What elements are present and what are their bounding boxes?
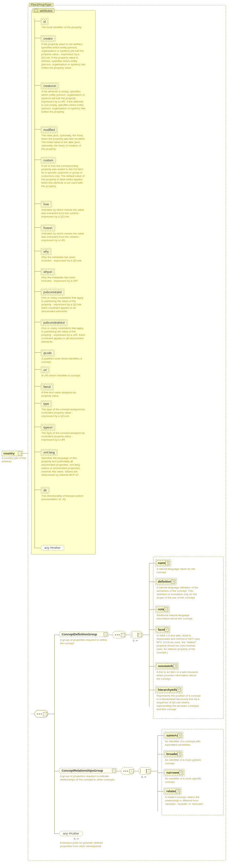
attr-uri[interactable]: uri (41, 367, 49, 373)
connector (35, 251, 41, 251)
connector (108, 635, 112, 635)
attr-how[interactable]: how (41, 201, 52, 208)
attr-label: type (43, 402, 49, 405)
sequence-rel[interactable]: ••• − (121, 767, 134, 775)
attr-label: whyuri (43, 270, 52, 274)
connector (35, 490, 41, 490)
attr-desc: The type of the concept assigned as cont… (41, 431, 85, 442)
element-country-desc: A country part of the address. (2, 456, 28, 463)
attr-label: xml:lang (43, 451, 55, 454)
connector (126, 635, 130, 635)
attr-typeuri[interactable]: typeuri (41, 424, 55, 431)
attr-id[interactable]: id (41, 18, 48, 25)
occurrence: 0..∞ (74, 837, 79, 840)
connector (35, 227, 41, 228)
connector (35, 160, 41, 160)
attr-custom[interactable]: custom (41, 157, 56, 164)
group-concept-definition[interactable]: ConceptDefinitionGroup − (59, 632, 108, 637)
attr-why[interactable]: why (41, 248, 51, 255)
attr-xmllang[interactable]: xml:lang (41, 449, 58, 456)
connector (35, 38, 41, 38)
attr-label: uri (43, 368, 47, 372)
choice-def[interactable]: − (130, 631, 143, 638)
attr-label: literal (43, 385, 51, 389)
attr-qcode[interactable]: qcode (41, 350, 55, 356)
connector (23, 453, 28, 453)
attr-creator[interactable]: creator (41, 35, 56, 42)
attr-desc: The directionality of textual content (e… (41, 494, 85, 501)
expand-icon[interactable]: − (121, 633, 125, 637)
attr-desc: If set to true the corresponding propert… (41, 164, 85, 188)
connector (35, 19, 35, 548)
attr-wildcard[interactable]: any ##other (41, 545, 64, 550)
wildcard-label: any ##other (63, 832, 79, 835)
attr-desc: The type of the concept assigned as cont… (41, 408, 85, 418)
expand-icon[interactable]: − (138, 633, 142, 637)
attr-whyuri[interactable]: whyuri (41, 268, 55, 275)
attr-desc: The date (and, optionally, the time) whe… (41, 134, 85, 151)
attr-literal[interactable]: literal (41, 383, 54, 390)
attr-desc: Why the metadata has been included - exp… (41, 276, 85, 283)
group-concept-relationships[interactable]: ConceptRelationshipsGroup − (59, 768, 117, 773)
content-model-box (33, 708, 51, 720)
connector (143, 635, 149, 635)
attr-desc: Indicates by which means the value was e… (41, 208, 85, 218)
attr-label: how (43, 203, 49, 206)
attr-desc: A URI which identifies a concept. (41, 374, 85, 377)
group-label: ConceptRelationshipsGroup (62, 769, 112, 772)
connector (54, 635, 55, 834)
element-label: country (3, 452, 15, 455)
attr-label: howuri (43, 226, 53, 230)
attr-desc: Specifies the language of this property … (41, 456, 85, 477)
connector (35, 403, 41, 403)
attr-label: why (43, 250, 49, 253)
connector (35, 291, 41, 292)
connector (54, 635, 59, 635)
connector (158, 735, 158, 812)
group-desc: A group of properties required to indica… (60, 775, 116, 781)
choice-rel[interactable]: − (139, 767, 151, 775)
connector (35, 85, 41, 86)
attr-label: modified (43, 128, 55, 132)
attr-creatoruri[interactable]: creatoruri (41, 83, 59, 89)
attr-dir[interactable]: dir (41, 487, 49, 494)
element-country[interactable]: country (2, 451, 23, 456)
expand-icon[interactable]: − (104, 633, 107, 636)
ext-wildcard-desc: Extension point for provider-defined pro… (60, 841, 107, 848)
connector (134, 771, 139, 771)
attributes-header: attributes (33, 8, 55, 13)
attr-label: pubconstraint (43, 290, 62, 294)
sequence-def[interactable]: ••• − (112, 631, 126, 638)
group-label: ConceptDefinitionGroup (62, 633, 103, 636)
connector (35, 427, 41, 427)
attr-label: creator (43, 37, 53, 40)
attr-type[interactable]: type (41, 400, 52, 407)
connector (151, 771, 158, 771)
attr-modified[interactable]: modified (41, 126, 58, 133)
def-cluster-box (153, 557, 224, 719)
connector (35, 129, 41, 130)
connector (149, 563, 149, 707)
sequence-dots-icon: ••• (115, 633, 121, 637)
attr-howuri[interactable]: howuri (41, 225, 55, 231)
expand-icon[interactable]: − (129, 769, 133, 773)
occurrence: 0..∞ (133, 639, 138, 642)
attr-desc: Indicates by which means the value was e… (41, 232, 85, 242)
attr-desc: One or many constraints that apply to pu… (41, 327, 85, 344)
flex-type-header: Flex1PropType (29, 3, 54, 7)
connector (35, 322, 41, 322)
ext-wildcard[interactable]: any ##other (59, 831, 83, 836)
attr-label: id (43, 20, 46, 23)
attr-pubconstraint[interactable]: pubconstraint (41, 289, 64, 296)
connector (35, 548, 41, 548)
connector (35, 271, 41, 272)
expand-icon[interactable]: − (112, 769, 116, 773)
attr-desc: A qualified code which identifies a conc… (41, 357, 85, 364)
connector (54, 771, 59, 771)
expand-icon[interactable]: − (146, 769, 150, 773)
attr-desc: If the property value is not defined, sp… (41, 43, 85, 70)
attr-desc: The local identifier of the property. (41, 26, 85, 29)
connector (35, 352, 41, 353)
lock-icon (35, 9, 38, 12)
attr-pubconstrainturi[interactable]: pubconstrainturi (41, 319, 68, 326)
